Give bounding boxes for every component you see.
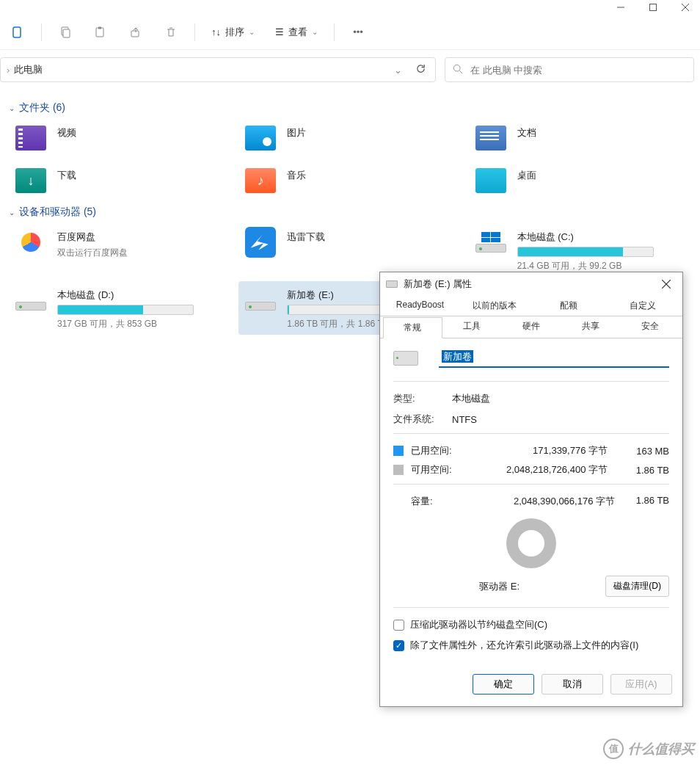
folder-videos[interactable]: 视频: [9, 119, 231, 157]
folder-label: 图片: [287, 123, 306, 139]
baidu-icon: [15, 227, 46, 258]
svg-point-10: [453, 65, 460, 71]
tab-hardware[interactable]: 硬件: [502, 316, 561, 338]
watermark-text: 什么值得买: [628, 740, 694, 758]
usage-bar: [57, 305, 194, 315]
download-folder-icon: [15, 168, 46, 193]
view-dropdown[interactable]: ☰ 查看 ⌄: [268, 19, 325, 46]
index-checkbox-row[interactable]: ✓ 除了文件属性外，还允许索引此驱动器上文件的内容(I): [393, 639, 669, 652]
folder-music[interactable]: 音乐: [238, 162, 461, 200]
device-baidu[interactable]: 百度网盘双击运行百度网盘: [9, 223, 231, 277]
type-label: 类型:: [393, 392, 452, 405]
section-folders-header[interactable]: ⌄ 文件夹 (6): [9, 101, 691, 115]
checkbox-unchecked-icon[interactable]: [393, 620, 404, 631]
svg-rect-9: [131, 31, 139, 37]
used-label: 已用空间:: [411, 444, 462, 457]
tab-quota[interactable]: 配额: [531, 296, 605, 316]
svg-rect-8: [98, 26, 101, 29]
ok-button[interactable]: 确定: [473, 674, 534, 695]
folder-label: 文档: [517, 123, 536, 139]
folder-pictures[interactable]: 图片: [238, 119, 461, 157]
search-input[interactable]: [470, 65, 686, 76]
copy-button[interactable]: [51, 19, 80, 46]
more-button[interactable]: •••: [343, 19, 373, 46]
filesystem-value: NTFS: [452, 414, 669, 425]
dialog-titlebar[interactable]: 新加卷 (E:) 属性: [380, 272, 682, 296]
separator: [393, 433, 669, 434]
dialog-close-button[interactable]: [656, 274, 677, 294]
drive-icon: [393, 351, 418, 366]
view-label: 查看: [288, 26, 307, 39]
address-row: › 此电脑 ⌄: [0, 50, 700, 90]
device-label: 百度网盘: [57, 231, 128, 244]
folder-downloads[interactable]: 下载: [9, 162, 231, 200]
drive-icon: [245, 290, 276, 311]
folder-documents[interactable]: 文档: [469, 119, 691, 157]
device-drive-d[interactable]: 本地磁盘 (D:)317 GB 可用，共 853 GB: [9, 281, 231, 335]
tab-custom[interactable]: 自定义: [605, 296, 679, 316]
separator: [41, 23, 42, 41]
tab-sharing[interactable]: 共享: [561, 316, 620, 338]
drive-letter-label: 驱动器 E:: [393, 580, 605, 593]
delete-button[interactable]: [156, 19, 186, 46]
watermark: 值 什么值得买: [603, 739, 694, 759]
folder-desktop[interactable]: 桌面: [469, 162, 691, 200]
minimize-button[interactable]: [613, 0, 628, 15]
tab-general[interactable]: 常规: [383, 317, 442, 338]
image-folder-icon: [245, 126, 276, 151]
svg-rect-4: [13, 27, 21, 37]
music-folder-icon: [245, 168, 276, 193]
device-sub: 双击运行百度网盘: [57, 247, 128, 259]
tab-security[interactable]: 安全: [620, 316, 679, 338]
separator: [393, 381, 669, 382]
xunlei-icon: [245, 227, 276, 258]
device-xunlei[interactable]: 迅雷下载: [238, 223, 461, 277]
maximize-button[interactable]: [646, 0, 660, 15]
section-devices-header[interactable]: ⌄ 设备和驱动器 (5): [9, 206, 691, 219]
refresh-button[interactable]: [412, 63, 429, 76]
new-button[interactable]: [3, 19, 32, 46]
breadcrumb[interactable]: › 此电脑 ⌄: [0, 57, 436, 82]
svg-rect-1: [650, 4, 657, 11]
type-value: 本地磁盘: [452, 392, 669, 405]
compress-checkbox-row[interactable]: 压缩此驱动器以节约磁盘空间(C): [393, 618, 669, 631]
search-box[interactable]: [445, 57, 694, 82]
tab-row-2: 常规 工具 硬件 共享 安全: [380, 316, 682, 338]
toolbar: ↑↓ 排序 ⌄ ☰ 查看 ⌄ •••: [0, 15, 700, 50]
sort-label: 排序: [225, 26, 244, 39]
chevron-down-icon: ⌄: [249, 28, 255, 36]
breadcrumb-item[interactable]: 此电脑: [14, 63, 43, 76]
chevron-down-icon: ⌄: [312, 28, 318, 36]
watermark-badge: 值: [603, 739, 624, 759]
close-button[interactable]: [678, 0, 693, 15]
section-label: 设备和驱动器 (5): [19, 206, 96, 219]
apply-button[interactable]: 应用(A): [610, 674, 672, 695]
device-sub: 317 GB 可用，共 853 GB: [57, 318, 194, 330]
cancel-button[interactable]: 取消: [542, 674, 603, 695]
search-icon: [453, 64, 463, 76]
share-button[interactable]: [121, 19, 150, 46]
index-label: 除了文件属性外，还允许索引此驱动器上文件的内容(I): [410, 639, 638, 652]
properties-dialog: 新加卷 (E:) 属性 ReadyBoost 以前的版本 配额 自定义 常规 工…: [379, 272, 683, 707]
drive-icon: [386, 280, 398, 288]
window-title-bar: [0, 0, 700, 15]
folder-label: 视频: [57, 123, 76, 139]
device-drive-c[interactable]: 本地磁盘 (C:)21.4 GB 可用，共 99.2 GB: [469, 223, 691, 277]
tab-tools[interactable]: 工具: [442, 316, 502, 338]
tab-readyboost[interactable]: ReadyBoost: [383, 296, 457, 316]
checkbox-checked-icon[interactable]: ✓: [393, 640, 404, 651]
folder-label: 下载: [57, 166, 76, 182]
used-space-row: 已用空间: 171,339,776 字节 163 MB: [393, 444, 669, 457]
paste-button[interactable]: [86, 19, 115, 46]
document-folder-icon: [475, 126, 506, 151]
capacity-label: 容量:: [393, 495, 462, 508]
usage-bar: [517, 247, 654, 257]
used-human: 163 MB: [625, 446, 669, 457]
volume-name-input[interactable]: 新加卷: [439, 349, 669, 368]
disk-cleanup-button[interactable]: 磁盘清理(D): [605, 576, 669, 597]
sort-dropdown[interactable]: ↑↓ 排序 ⌄: [204, 19, 262, 46]
folder-label: 桌面: [517, 166, 536, 182]
tab-previous-versions[interactable]: 以前的版本: [457, 296, 531, 316]
chevron-down-icon[interactable]: ⌄: [394, 65, 402, 76]
drive-icon: [475, 232, 506, 253]
